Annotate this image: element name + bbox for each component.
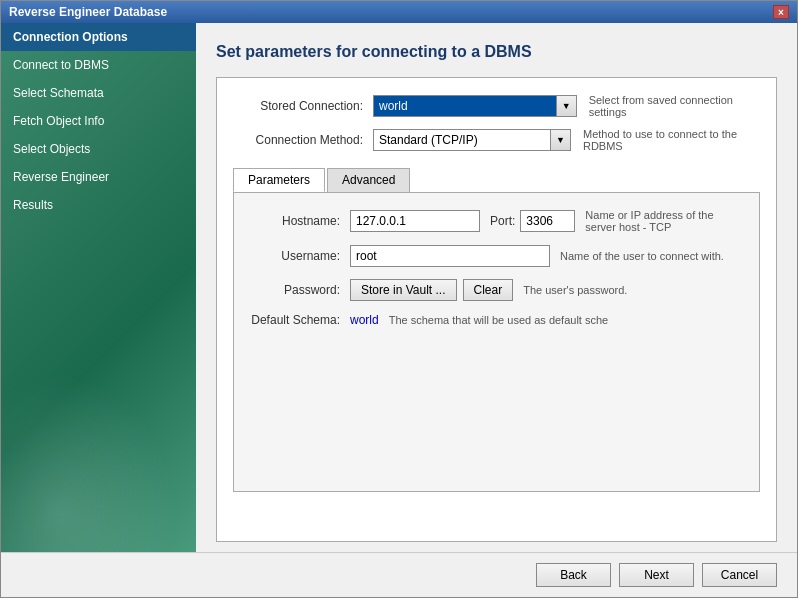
port-input[interactable] bbox=[520, 210, 575, 232]
title-bar: Reverse Engineer Database × bbox=[1, 1, 797, 23]
default-schema-hint: The schema that will be used as default … bbox=[389, 314, 609, 326]
stored-connection-wrapper: ▼ bbox=[373, 95, 577, 117]
stored-connection-control: ▼ Select from saved connection settings bbox=[373, 94, 760, 118]
sidebar-item-reverse-engineer[interactable]: Reverse Engineer bbox=[1, 163, 196, 191]
sidebar-item-connection-options[interactable]: Connection Options bbox=[1, 23, 196, 51]
cancel-button[interactable]: Cancel bbox=[702, 563, 777, 587]
default-schema-value[interactable]: world bbox=[350, 313, 379, 327]
hostname-input[interactable] bbox=[350, 210, 480, 232]
sidebar-item-select-schemata[interactable]: Select Schemata bbox=[1, 79, 196, 107]
window-title: Reverse Engineer Database bbox=[9, 5, 167, 19]
bottom-bar: Back Next Cancel bbox=[1, 552, 797, 597]
stored-connection-input[interactable] bbox=[374, 96, 556, 116]
username-hint: Name of the user to connect with. bbox=[560, 250, 724, 262]
window-body: Connection Options Connect to DBMS Selec… bbox=[1, 23, 797, 552]
sidebar-item-results[interactable]: Results bbox=[1, 191, 196, 219]
tab-parameters[interactable]: Parameters bbox=[233, 168, 325, 192]
main-content: Set parameters for connecting to a DBMS … bbox=[196, 23, 797, 552]
hostname-label: Hostname: bbox=[250, 214, 350, 228]
password-hint: The user's password. bbox=[523, 284, 627, 296]
store-in-vault-button[interactable]: Store in Vault ... bbox=[350, 279, 457, 301]
tab-advanced[interactable]: Advanced bbox=[327, 168, 410, 192]
tabs-container: Parameters Advanced Hostname: Port: bbox=[233, 168, 760, 492]
next-button[interactable]: Next bbox=[619, 563, 694, 587]
connection-method-label: Connection Method: bbox=[233, 133, 373, 147]
username-input[interactable] bbox=[350, 245, 550, 267]
clear-password-button[interactable]: Clear bbox=[463, 279, 514, 301]
hostname-row: Hostname: Port: Name or IP address of th… bbox=[250, 209, 743, 233]
page-title: Set parameters for connecting to a DBMS bbox=[216, 43, 777, 61]
sidebar: Connection Options Connect to DBMS Selec… bbox=[1, 23, 196, 552]
default-schema-row: Default Schema: world The schema that wi… bbox=[250, 313, 743, 327]
connection-method-control: Standard (TCP/IP) ▼ Method to use to con… bbox=[373, 128, 760, 152]
sidebar-item-fetch-object-info[interactable]: Fetch Object Info bbox=[1, 107, 196, 135]
tab-content-parameters: Hostname: Port: Name or IP address of th… bbox=[233, 192, 760, 492]
form-area: Stored Connection: ▼ Select from saved c… bbox=[216, 77, 777, 542]
tabs-header: Parameters Advanced bbox=[233, 168, 760, 192]
connection-method-select-wrapper: Standard (TCP/IP) ▼ bbox=[373, 129, 571, 151]
connection-method-select[interactable]: Standard (TCP/IP) bbox=[374, 130, 550, 150]
sidebar-item-select-objects[interactable]: Select Objects bbox=[1, 135, 196, 163]
username-row: Username: Name of the user to connect wi… bbox=[250, 245, 743, 267]
connection-method-row: Connection Method: Standard (TCP/IP) ▼ M… bbox=[233, 128, 760, 152]
stored-connection-hint: Select from saved connection settings bbox=[589, 94, 760, 118]
port-label: Port: bbox=[490, 214, 515, 228]
connection-method-arrow: ▼ bbox=[550, 130, 570, 150]
close-button[interactable]: × bbox=[773, 5, 789, 19]
main-window: Reverse Engineer Database × Connection O… bbox=[0, 0, 798, 598]
username-label: Username: bbox=[250, 249, 350, 263]
password-row: Password: Store in Vault ... Clear The u… bbox=[250, 279, 743, 301]
back-button[interactable]: Back bbox=[536, 563, 611, 587]
stored-connection-row: Stored Connection: ▼ Select from saved c… bbox=[233, 94, 760, 118]
password-label: Password: bbox=[250, 283, 350, 297]
hostname-hint: Name or IP address of the server host - … bbox=[585, 209, 743, 233]
stored-connection-dropdown[interactable]: ▼ bbox=[556, 96, 576, 116]
stored-connection-label: Stored Connection: bbox=[233, 99, 373, 113]
default-schema-label: Default Schema: bbox=[250, 313, 350, 327]
title-bar-controls: × bbox=[773, 5, 789, 19]
connection-method-hint: Method to use to connect to the RDBMS bbox=[583, 128, 760, 152]
sidebar-item-connect-to-dbms[interactable]: Connect to DBMS bbox=[1, 51, 196, 79]
